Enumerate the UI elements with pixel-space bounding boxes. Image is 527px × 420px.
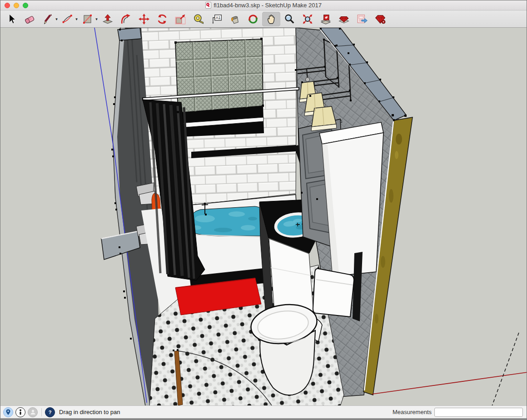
signin-button[interactable] [28, 407, 38, 417]
arrow-cursor-icon [5, 13, 17, 25]
arc-icon [62, 13, 74, 25]
model-viewport[interactable] [0, 28, 527, 405]
orbit-icon [247, 13, 259, 25]
rotate-icon [156, 13, 168, 25]
zoom-extents-tool[interactable] [298, 12, 317, 26]
geolocation-button[interactable] [3, 407, 13, 417]
scale-tool[interactable] [171, 12, 189, 26]
orbit-tool[interactable] [244, 12, 262, 26]
pan-tool[interactable] [262, 12, 280, 26]
offset-icon [120, 13, 132, 25]
layout-export-icon [356, 13, 368, 25]
pushpull-tool[interactable] [99, 12, 117, 26]
measurements-label: Measurements [393, 409, 432, 415]
window-title: fl1bad4-bnw3.skp - SketchUp Make 2017 [214, 2, 322, 9]
door-handle-point [173, 350, 174, 351]
text-a1-icon: A1 [211, 13, 223, 25]
glass-block-window[interactable] [175, 39, 263, 113]
share-model-tool[interactable] [335, 12, 353, 26]
zoom-tool[interactable] [280, 12, 298, 26]
zoom-button[interactable] [23, 3, 28, 8]
rotate-tool[interactable] [153, 12, 171, 26]
status-hint-text: Drag in direction to pan [59, 409, 393, 415]
person-icon [30, 409, 36, 415]
extension-warehouse-tool[interactable] [371, 12, 389, 26]
pencil-icon [42, 13, 54, 25]
hand-icon [265, 13, 277, 25]
eraser-tool[interactable] [20, 12, 39, 26]
measurements-input[interactable] [434, 408, 523, 417]
toilet-tank [313, 269, 354, 317]
paint-bucket-tool[interactable] [226, 12, 244, 26]
move-icon [138, 13, 150, 25]
title-bar[interactable]: fl1bad4-bnw3.skp - SketchUp Make 2017 [0, 0, 527, 10]
left-wall-cap [118, 28, 141, 40]
status-bar: ? Drag in direction to pan Measurements [0, 405, 527, 420]
eraser-icon [24, 13, 35, 25]
scale-icon [174, 13, 186, 25]
pushpull-icon [102, 13, 114, 25]
paint-bucket-icon [229, 13, 241, 25]
offset-tool[interactable] [117, 12, 135, 26]
select-tool[interactable] [2, 12, 20, 26]
window-title-wrap: fl1bad4-bnw3.skp - SketchUp Make 2017 [0, 2, 527, 9]
warehouse-share-icon [338, 13, 350, 25]
statusbar-divider [41, 408, 42, 416]
send-layout-tool[interactable] [353, 12, 371, 26]
toolbar: ▾ ▾ ▾ [0, 10, 527, 28]
rectangle-icon [82, 13, 94, 25]
svg-text:A1: A1 [216, 15, 221, 20]
sketchup-window: fl1bad4-bnw3.skp - SketchUp Make 2017 [0, 0, 527, 420]
red-gem-icon [374, 13, 386, 25]
move-tool[interactable] [135, 12, 153, 26]
close-button[interactable] [5, 3, 10, 8]
magnifier-icon [283, 13, 295, 25]
minimize-button[interactable] [14, 3, 19, 8]
question-mark-icon: ? [47, 409, 53, 415]
magnifier-arrows-icon [302, 13, 313, 25]
help-button[interactable]: ? [45, 407, 55, 417]
warehouse-models-icon [320, 13, 332, 25]
sketchup-file-icon [205, 2, 211, 9]
credits-button[interactable] [15, 407, 25, 417]
info-person-icon [18, 409, 23, 415]
geolocation-balloon-icon [5, 409, 11, 415]
traffic-lights [5, 3, 28, 8]
door-handle-point2 [177, 349, 179, 351]
bathroom-scene [0, 28, 527, 405]
text-tool[interactable]: A1 [208, 12, 226, 26]
svg-text:?: ? [49, 410, 52, 415]
tape-measure-icon [193, 13, 204, 25]
get-models-tool[interactable] [317, 12, 335, 26]
tape-measure-tool[interactable] [189, 12, 208, 26]
